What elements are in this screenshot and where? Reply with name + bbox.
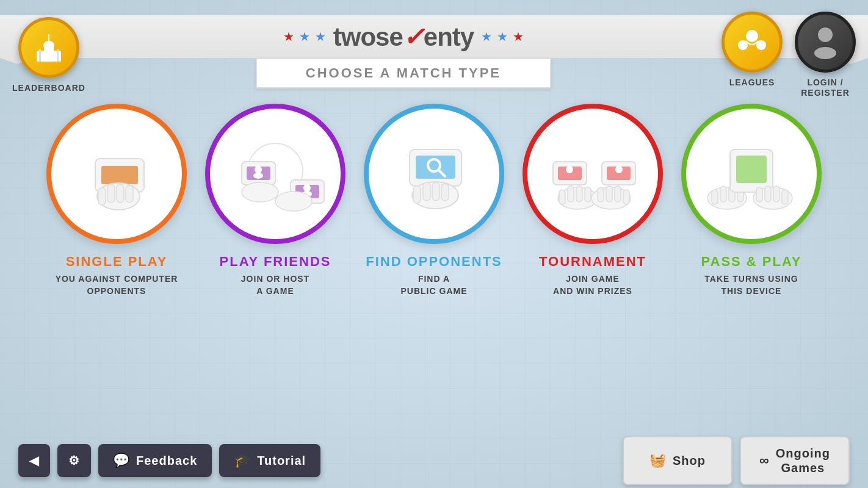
svg-rect-36: [432, 182, 439, 201]
shop-icon: 🧺: [649, 453, 667, 468]
svg-rect-34: [413, 186, 421, 203]
ongoing-label: Ongoing Games: [776, 446, 830, 475]
find-opponents-desc: FIND A PUBLIC GAME: [401, 273, 468, 297]
bottom-right-buttons: 🧺 Shop ∞ Ongoing Games: [623, 436, 850, 485]
pass-and-play-option[interactable]: PASS & PLAY TAKE TURNS USING THIS DEVICE: [672, 104, 831, 297]
play-friends-option[interactable]: PLAY FRIENDS JOIN OR HOST A GAME: [196, 104, 355, 297]
find-opponents-title: FIND OPPONENTS: [366, 254, 502, 270]
game-options-container: SINGLE PLAY YOU AGAINST COMPUTER OPPONEN…: [0, 98, 868, 303]
settings-button[interactable]: ⚙: [57, 444, 91, 477]
right-nav: LEAGUES LOGIN / REGISTER: [722, 12, 856, 98]
play-friends-title: PLAY FRIENDS: [220, 254, 331, 270]
star-blue-3: ★: [481, 29, 492, 44]
svg-rect-17: [126, 185, 133, 203]
ongoing-games-button[interactable]: ∞ Ongoing Games: [740, 436, 850, 485]
stars-right: ★ ★ ★: [481, 29, 524, 44]
play-friends-icon: [220, 134, 330, 214]
pass-and-play-desc: TAKE TURNS USING THIS DEVICE: [704, 273, 798, 297]
center-section: ★ ★ ★ twose✓enty ★ ★ ★ CHOOSE A MATCH TY…: [256, 22, 551, 88]
svg-rect-3: [48, 34, 49, 43]
back-button[interactable]: ◀: [18, 444, 50, 477]
svg-rect-4: [39, 49, 41, 62]
tutorial-button[interactable]: 🎓 Tutorial: [219, 444, 320, 477]
match-type-label: CHOOSE A MATCH TYPE: [306, 65, 501, 81]
login-label: LOGIN / REGISTER: [801, 77, 850, 98]
svg-point-25: [303, 184, 311, 192]
svg-rect-55: [712, 190, 718, 204]
single-play-title: SINGLE PLAY: [66, 254, 168, 270]
svg-rect-37: [441, 184, 449, 201]
svg-rect-65: [756, 187, 762, 202]
svg-rect-63: [773, 186, 779, 202]
play-friends-desc: JOIN OR HOST A GAME: [241, 273, 309, 297]
tournament-icon: [538, 134, 648, 214]
tournament-option[interactable]: TOURNAMENT JOIN GAME AND WIN PRIZES: [513, 104, 672, 297]
svg-rect-42: [559, 190, 565, 204]
svg-rect-16: [117, 184, 124, 203]
svg-rect-51: [615, 186, 621, 202]
header: LEADERBOARD ★ ★ ★ twose✓enty ★ ★ ★ CHOOS…: [0, 0, 868, 110]
svg-point-9: [818, 27, 833, 42]
svg-rect-52: [606, 186, 612, 202]
tutorial-icon: 🎓: [234, 453, 251, 468]
star-blue-4: ★: [497, 29, 508, 44]
svg-rect-43: [568, 186, 574, 202]
feedback-button[interactable]: 💬 Feedback: [98, 444, 212, 477]
logo-se: se: [375, 23, 403, 51]
pass-and-play-icon: [696, 134, 806, 214]
svg-rect-45: [585, 187, 591, 202]
logo-area: ★ ★ ★ twose✓enty ★ ★ ★: [283, 22, 524, 52]
svg-rect-53: [598, 187, 604, 202]
svg-rect-14: [98, 188, 106, 205]
bottom-left-buttons: ◀ ⚙ 💬 Feedback 🎓 Tutorial: [18, 444, 320, 477]
single-play-option[interactable]: SINGLE PLAY YOU AGAINST COMPUTER OPPONEN…: [37, 104, 196, 297]
shop-button[interactable]: 🧺 Shop: [623, 436, 732, 485]
find-opponents-option[interactable]: FIND OPPONENTS FIND A PUBLIC GAME: [355, 104, 513, 297]
leagues-icon-circle: [722, 12, 783, 73]
svg-rect-15: [107, 184, 115, 203]
star-blue-2: ★: [315, 29, 326, 44]
find-opponents-circle: [364, 104, 504, 244]
svg-point-10: [814, 47, 836, 59]
svg-rect-5: [57, 49, 59, 62]
svg-rect-44: [576, 186, 582, 202]
star-red-2: ★: [513, 29, 524, 44]
single-play-circle: [46, 104, 187, 244]
shop-label: Shop: [673, 454, 706, 468]
single-play-desc: YOU AGAINST COMPUTER OPPONENTS: [56, 273, 178, 297]
svg-point-48: [615, 166, 623, 173]
tutorial-label: Tutorial: [257, 454, 306, 468]
logo-two: two: [333, 23, 375, 51]
svg-rect-60: [736, 156, 767, 183]
svg-rect-56: [720, 186, 726, 202]
svg-point-22: [253, 173, 263, 179]
svg-point-27: [242, 182, 278, 202]
logo-check: ✓: [403, 23, 424, 51]
star-blue-1: ★: [299, 29, 310, 44]
pass-and-play-circle: [681, 104, 822, 244]
leagues-label: LEAGUES: [729, 77, 775, 87]
tournament-title: TOURNAMENT: [539, 254, 646, 270]
svg-point-40: [566, 166, 573, 173]
play-friends-circle: [205, 104, 345, 244]
match-type-banner: CHOOSE A MATCH TYPE: [256, 58, 551, 88]
login-icon-circle: [795, 12, 856, 73]
svg-point-21: [255, 166, 262, 173]
leaderboard-label: LEADERBOARD: [12, 83, 85, 93]
svg-rect-62: [782, 190, 788, 204]
feedback-icon: 💬: [113, 453, 130, 468]
pass-and-play-title: PASS & PLAY: [701, 254, 801, 270]
leaderboard-icon: [31, 29, 67, 66]
back-icon: ◀: [29, 453, 39, 468]
feedback-label: Feedback: [136, 454, 197, 468]
login-icon: [809, 24, 842, 60]
leaderboard-nav[interactable]: LEADERBOARD: [12, 17, 85, 93]
leaderboard-icon-circle: [18, 17, 79, 78]
svg-point-28: [275, 192, 312, 211]
login-nav[interactable]: LOGIN / REGISTER: [795, 12, 856, 98]
leagues-nav[interactable]: LEAGUES: [722, 12, 783, 98]
bottom-bar: ◀ ⚙ 💬 Feedback 🎓 Tutorial 🧺 Shop ∞ Ongoi…: [0, 433, 868, 488]
settings-icon: ⚙: [68, 453, 80, 468]
svg-rect-50: [623, 190, 629, 204]
app-logo: twose✓enty: [333, 22, 474, 52]
